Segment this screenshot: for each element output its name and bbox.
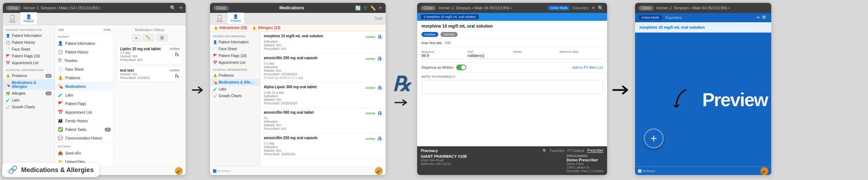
med-history-add-btn[interactable]: + [132, 34, 140, 42]
med-item-2[interactable]: amoxicillin 250 mg oral capsule Active ℞… [260, 53, 386, 82]
panel2-nav-meds-allergies[interactable]: 💊Medications & Alle… [210, 79, 260, 86]
med2-indication: Indication: [264, 65, 382, 69]
med2-note: Printed by drchrono 2 x day [264, 76, 382, 80]
close-button[interactable]: Close [6, 6, 21, 10]
tab-patient[interactable]: 👤 Patient [20, 12, 38, 25]
med-item-5[interactable]: amoxicillin 250 mg oral capsule Active ℞… [260, 133, 386, 159]
dispense-toggle[interactable] [456, 65, 466, 70]
add-icon[interactable]: + [179, 4, 183, 12]
action-item-appointment[interactable]: 📅Appointment List [55, 108, 114, 117]
action-item-patient-history[interactable]: 📋Patient History [55, 48, 114, 56]
panel4-search-icon[interactable]: 🔍 [762, 15, 768, 20]
med-item-1[interactable]: morphine 10 mg/5 mL oral solution Active… [260, 32, 386, 53]
action-item-patient-tasks[interactable]: ✅Patient Tasks 20 [55, 125, 114, 134]
effective-date-value[interactable] [560, 53, 603, 59]
panel4-active-meds-tab[interactable]: Active Meds [639, 15, 662, 20]
filter-icon[interactable]: ▽ [364, 5, 367, 11]
ap-icon: 📅 [58, 110, 63, 115]
panel2-nav-appt[interactable]: 📅Appointment List [210, 59, 260, 66]
panel2-nav-patient-flags[interactable]: 🚩Patient Flags (16) [210, 52, 260, 59]
nav-item-patient-info[interactable]: 👤Patient Information [3, 32, 54, 39]
search-pharmacy-icon[interactable]: 🔍 [543, 149, 547, 153]
rx-med5: ℞ [377, 136, 382, 142]
mic-button-2[interactable]: 🎤 [375, 167, 383, 175]
close-button-2[interactable]: Close [214, 6, 229, 10]
panel2-nav-face-sheet[interactable]: 📄Face Sheet [210, 46, 260, 52]
panel2-nav-labs[interactable]: 🧪Labs [210, 86, 260, 93]
add-icon-3[interactable]: + [592, 5, 595, 11]
nav-item-face-sheet[interactable]: 📄Face Sheet [3, 46, 54, 53]
tab-visit[interactable]: 📋 Visit [6, 13, 19, 25]
action-item-face-sheet[interactable]: 📄Face Sheet [55, 65, 114, 74]
close-button-3[interactable]: Close [421, 6, 436, 10]
add-icon-2[interactable]: + [379, 5, 382, 11]
panel2-nav-patient-info[interactable]: 👤Patient Information [210, 39, 260, 46]
med-item-3[interactable]: Alpha Lipoic 300 mg oral tablet Active ℞… [260, 82, 386, 108]
nav-item-appointment-list[interactable]: 📅Appointment List [3, 60, 54, 66]
pharmacy-address: 6340 York Road [421, 158, 467, 162]
favorites-label[interactable]: Favorites [572, 6, 588, 10]
med-entry-1[interactable]: Lipitor 20 mg oral tablet 1 x day Starte… [117, 44, 183, 64]
allergies-alert[interactable]: ⚠️ Allergies (13) [252, 26, 280, 30]
action-item-labs[interactable]: 🧪Labs [55, 91, 114, 99]
tools-link[interactable]: Tools [375, 16, 383, 20]
mic-button-1[interactable]: 🎤 [175, 167, 183, 175]
note-pharmacy-input[interactable] [421, 80, 603, 94]
refresh-icon[interactable]: 🔄 [355, 5, 361, 11]
med-history-filter-btn[interactable]: ⚙️ [156, 34, 168, 42]
action-item-timeline[interactable]: ⏱Timeline [55, 56, 114, 65]
dispense-value[interactable]: 99.9 [421, 53, 465, 59]
mic-button-4[interactable]: 🎤 [760, 167, 768, 175]
form-effective-date: Effective Date [560, 50, 603, 59]
nav-item-labs[interactable]: 🧪Labs [3, 97, 54, 104]
add-pt-med-label[interactable]: Add to PT Med List [572, 66, 603, 70]
sig-info[interactable]: Info [445, 41, 451, 45]
pencil-icon[interactable]: ✏️ [370, 5, 376, 11]
med4-name: amoxicillin 500 mg oral tablet [264, 110, 314, 116]
action-item-problems[interactable]: ⚠️Problems [55, 74, 114, 82]
action-item-patient-info[interactable]: 👤Patient Information [55, 39, 114, 48]
nav-item-allergies[interactable]: 🌿Allergies 13 [3, 90, 54, 97]
icon-ma2: 💊 [213, 80, 217, 84]
search-icon[interactable]: 🔍 [170, 5, 176, 11]
search-icon-3[interactable]: 🔍 [598, 5, 604, 11]
med-pill-label[interactable]: 1 morphine 10 mg/5 mL oral solution [421, 14, 479, 19]
med-entry-1-started: Started: N/A [120, 55, 161, 58]
nav-item-growth-charts[interactable]: 📈Growth Charts [3, 104, 54, 110]
pt-default-tab[interactable]: PT Default [567, 149, 584, 153]
pharmacy-city: Baltimore, MD 21212 [421, 162, 467, 166]
action-send-erx[interactable]: 📤Send eRx [55, 149, 114, 157]
interactions-alert[interactable]: ⚠️ Interactions (18) [214, 26, 247, 30]
close-button-4[interactable]: Close [639, 6, 654, 10]
med-history-edit-btn[interactable]: ✏️ [143, 34, 154, 42]
active-meds-label[interactable]: Active Meds [548, 5, 569, 10]
action-item-patient-flags[interactable]: 🚩Patient Flags [55, 99, 114, 108]
action-item-family-history[interactable]: 👨‍👩‍👧Family History [55, 117, 114, 125]
fav-tab[interactable]: Favorites [550, 149, 564, 153]
panel4-favorites[interactable]: Favorites [666, 15, 682, 20]
prescriber-tab[interactable]: Prescriber [587, 148, 604, 153]
preview-area: + Preview [635, 33, 771, 166]
add-medication-plus-button[interactable]: + [644, 128, 664, 148]
nav-item-patient-history[interactable]: 📋Patient History [3, 39, 54, 46]
nav-item-medications-allergies[interactable]: 💊Medications & Allergies [3, 79, 54, 90]
nav-section-clinical-info: Clinical Information [3, 66, 54, 72]
pharmacy-section: Pharmacy 🔍 Favorites PT Default Prescrib… [417, 146, 607, 175]
med-entry-2[interactable]: test test Started: N/A Prescribed: 10/29… [117, 66, 183, 82]
nav-item-patient-flags[interactable]: 🚩Patient Flags (16) [3, 53, 54, 60]
panel2-nav-growth[interactable]: 📈Growth Charts [210, 93, 260, 99]
panel4-add-icon[interactable]: + [757, 14, 760, 21]
panel2-tab-patient[interactable]: 👤 Patient [227, 13, 245, 24]
unit-value[interactable]: mililiter(s) [468, 53, 511, 59]
panel2-nav-problems[interactable]: ⚠️Problems [210, 72, 260, 79]
refills-value[interactable] [514, 53, 557, 59]
medications-label-icon: 🔗 [8, 165, 18, 175]
annotation-arrow [668, 87, 695, 112]
med-item-4[interactable]: amoxicillin 500 mg oral tablet Active ℞ … [260, 108, 386, 133]
med1-status: Active [366, 35, 375, 39]
panel4-patient-name: Homer J. Simpson • Male 64 05/13/1956 • [657, 6, 730, 10]
nav-item-problems[interactable]: ⚠️Problems 80 [3, 72, 54, 79]
panel2-tab-visit[interactable]: 📋 Visit [213, 13, 226, 24]
action-item-comm-history[interactable]: 💬Communication History [55, 134, 114, 142]
action-item-medications[interactable]: 💊Medications [55, 82, 114, 91]
